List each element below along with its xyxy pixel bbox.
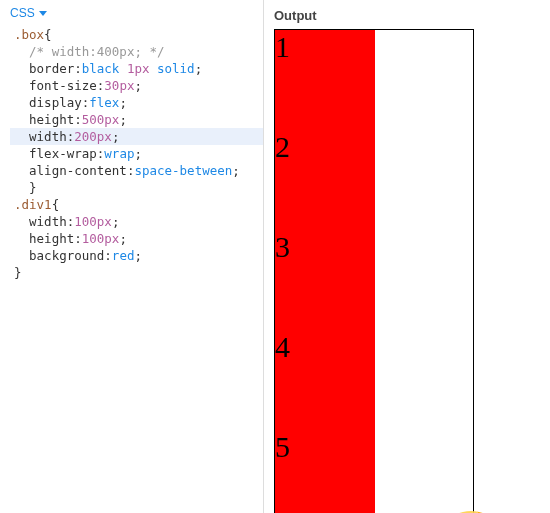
tab-row: CSS (0, 6, 263, 26)
flex-item: 4 (275, 330, 375, 430)
code-line[interactable]: width:200px; (10, 128, 263, 145)
code-line[interactable]: border:black 1px solid; (10, 60, 263, 77)
code-line[interactable]: flex-wrap:wrap; (10, 145, 263, 162)
output-stage: 12345 创新互联 (274, 29, 540, 513)
code-line[interactable]: height:100px; (10, 230, 263, 247)
code-line[interactable]: height:500px; (10, 111, 263, 128)
code-line[interactable]: align-content:space-between; (10, 162, 263, 179)
flex-item: 2 (275, 130, 375, 230)
code-line[interactable]: display:flex; (10, 94, 263, 111)
caret-down-icon (39, 11, 47, 16)
code-line[interactable]: } (10, 264, 263, 281)
output-pane: Output 12345 创新互联 (264, 0, 550, 513)
code-editor[interactable]: .box{ /* width:400px; */ border:black 1p… (0, 26, 263, 281)
flex-item: 3 (275, 230, 375, 330)
flex-item: 1 (275, 30, 375, 130)
code-line[interactable]: /* width:400px; */ (10, 43, 263, 60)
app: CSS .box{ /* width:400px; */ border:blac… (0, 0, 550, 513)
output-label: Output (274, 8, 540, 23)
tab-label: CSS (10, 6, 35, 20)
code-line[interactable]: } (10, 179, 263, 196)
flex-item: 5 (275, 430, 375, 513)
flex-box: 12345 (274, 29, 474, 513)
code-line[interactable]: .div1{ (10, 196, 263, 213)
code-line[interactable]: width:100px; (10, 213, 263, 230)
code-line[interactable]: background:red; (10, 247, 263, 264)
code-line[interactable]: font-size:30px; (10, 77, 263, 94)
tab-css[interactable]: CSS (10, 6, 47, 20)
code-line[interactable]: .box{ (10, 26, 263, 43)
code-pane: CSS .box{ /* width:400px; */ border:blac… (0, 0, 264, 513)
